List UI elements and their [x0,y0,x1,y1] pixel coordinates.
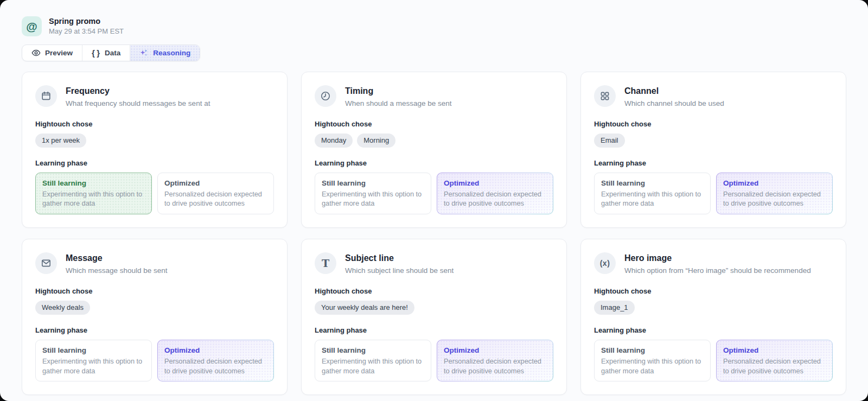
sparkles-icon [139,48,149,58]
card-subtitle: What frequency should messages be sent a… [66,99,210,109]
hightouch-chose-label: Hightouch chose [315,120,553,128]
option-description: Experimenting with this option to gather… [601,189,704,208]
hightouch-chose-label: Hightouch chose [315,287,553,295]
option-title: Optimized [164,346,267,355]
calendar-icon [35,85,57,107]
option-title: Still learning [601,179,704,188]
option-title: Still learning [42,346,145,355]
learning-phase-label: Learning phase [594,326,833,334]
card-title: Channel [624,86,724,97]
option-optimized: Optimized Personalized decision expected… [157,173,274,215]
tab-reasoning[interactable]: Reasoning [130,45,200,61]
card-frequency: Frequency What frequency should messages… [22,72,288,228]
option-description: Personalized decision expected to drive … [444,189,546,208]
phase-options: Still learning Experimenting with this o… [35,173,274,215]
card-header: T Subject line Which subject line should… [315,252,553,276]
card-heading-text: Message Which message should be sent [66,252,168,276]
option-description: Personalized decision expected to drive … [164,357,267,375]
option-description: Personalized decision expected to drive … [723,357,826,375]
option-optimized: Optimized Personalized decision expected… [437,173,553,215]
choice-chips: Email [594,133,833,148]
choice-chips: 1x per week [35,133,274,148]
option-description: Personalized decision expected to drive … [444,357,546,375]
option-still-learning: Still learning Experimenting with this o… [594,340,711,382]
option-title: Optimized [723,179,826,188]
card-title: Timing [345,86,452,97]
choice-chip: Morning [357,133,395,148]
option-optimized: Optimized Personalized decision expected… [716,340,833,382]
choice-chips: Weekly deals [35,301,274,315]
card-title: Subject line [345,253,454,264]
option-title: Still learning [42,179,145,188]
card-header: Message Which message should be sent [35,252,274,276]
hightouch-chose-label: Hightouch chose [35,120,274,128]
learning-phase-label: Learning phase [594,159,833,167]
option-title: Optimized [723,346,826,355]
option-optimized: Optimized Personalized decision expected… [716,173,833,215]
choice-chip: 1x per week [35,133,86,148]
card-heading-text: Subject line Which subject line should b… [345,252,454,276]
card-subtitle: Which subject line should be sent [345,266,454,276]
option-title: Still learning [601,346,704,355]
choice-chip: Your weekly deals are here! [315,301,414,315]
learning-phase-label: Learning phase [315,159,553,167]
option-still-learning: Still learning Experimenting with this o… [315,340,431,382]
page-header: @ Spring promo May 29 at 3:54 PM EST [22,16,846,36]
option-description: Experimenting with this option to gather… [322,357,424,375]
card-title: Frequency [66,86,210,97]
card-header: Frequency What frequency should messages… [35,85,274,109]
choice-chips: Your weekly deals are here! [315,301,553,315]
card-title: Message [66,253,168,264]
tab-label: Preview [45,49,73,57]
option-description: Personalized decision expected to drive … [723,189,826,208]
variable-icon: (x) [594,252,616,274]
card-subtitle: When should a message be sent [345,99,452,109]
tab-bar: Preview { } Data Reasoning [22,44,200,61]
hightouch-chose-label: Hightouch chose [594,287,833,295]
option-still-learning: Still learning Experimenting with this o… [35,173,152,215]
tab-label: Reasoning [153,49,190,57]
header-text: Spring promo May 29 at 3:54 PM EST [49,16,124,36]
card-header: Channel Which channel should be used [594,85,833,109]
option-still-learning: Still learning Experimenting with this o… [35,340,152,382]
option-description: Experimenting with this option to gather… [322,189,424,208]
at-sign-icon: @ [22,16,42,36]
option-title: Optimized [444,179,546,188]
option-description: Experimenting with this option to gather… [601,357,704,375]
card-channel: Channel Which channel should be used Hig… [580,72,846,228]
cards-grid: Frequency What frequency should messages… [22,72,846,395]
card-heading-text: Channel Which channel should be used [624,85,724,109]
learning-phase-label: Learning phase [35,159,274,167]
option-title: Optimized [164,179,267,188]
choice-chips: Image_1 [594,301,833,315]
page-title: Spring promo [49,16,124,26]
clock-icon [315,85,336,107]
card-subtitle: Which channel should be used [624,99,724,109]
phase-options: Still learning Experimenting with this o… [594,173,833,215]
choice-chip: Email [594,133,625,148]
braces-icon: { } [92,48,100,58]
option-optimized: Optimized Personalized decision expected… [437,340,553,382]
reasoning-page: @ Spring promo May 29 at 3:54 PM EST Pre… [0,0,868,401]
card-message: Message Which message should be sent Hig… [22,239,288,395]
card-heading-text: Timing When should a message be sent [345,85,452,109]
phase-options: Still learning Experimenting with this o… [315,340,553,382]
choice-chips: MondayMorning [315,133,553,148]
hightouch-chose-label: Hightouch chose [594,120,833,128]
card-timing: Timing When should a message be sent Hig… [301,72,567,228]
card-subject-line: T Subject line Which subject line should… [301,239,567,395]
option-title: Still learning [322,179,424,188]
tab-data[interactable]: { } Data [82,45,130,61]
choice-chip: Weekly deals [35,301,90,315]
tab-preview[interactable]: Preview [22,45,82,61]
option-description: Personalized decision expected to drive … [164,189,267,208]
card-subtitle: Which option from “Hero image” should be… [624,266,811,276]
mail-icon [35,252,57,274]
learning-phase-label: Learning phase [35,326,274,334]
option-still-learning: Still learning Experimenting with this o… [315,173,431,215]
text-icon: T [315,252,336,274]
option-title: Optimized [444,346,546,355]
card-header: Timing When should a message be sent [315,85,553,109]
phase-options: Still learning Experimenting with this o… [594,340,833,382]
card-heading-text: Hero image Which option from “Hero image… [624,252,811,276]
